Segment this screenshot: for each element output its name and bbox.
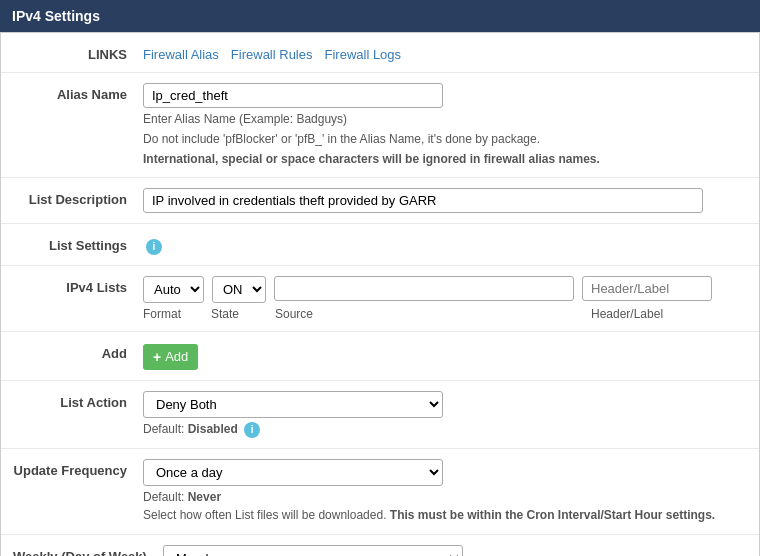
firewall-alias-link[interactable]: Firewall Alias [143, 47, 219, 62]
add-button-label: Add [165, 349, 188, 364]
list-description-label: List Description [13, 188, 143, 207]
weekly-day-label: Weekly (Day of Week) [13, 545, 163, 556]
alias-name-input[interactable] [143, 83, 443, 108]
update-frequency-select[interactable]: Once a day Once a week Once every 2 days… [143, 459, 443, 486]
list-action-info-icon[interactable]: i [244, 422, 260, 438]
add-row: Add + Add [1, 332, 759, 381]
col-format-label: Format [143, 307, 203, 321]
alias-name-help2: Do not include 'pfBlocker' or 'pfB_' in … [143, 131, 747, 148]
state-select[interactable]: ON [212, 276, 266, 303]
alias-name-help1: Enter Alias Name (Example: Badguys) [143, 111, 747, 128]
format-select[interactable]: Auto [143, 276, 204, 303]
col-state-label: State [211, 307, 267, 321]
weekly-day-select[interactable]: Monday Tuesday Wednesday Thursday Friday… [163, 545, 463, 556]
list-settings-info-icon[interactable]: i [146, 239, 162, 255]
list-action-default: Default: Disabled i [143, 422, 747, 438]
list-action-select[interactable]: Deny Both Deny Inbound Deny Outbound Per… [143, 391, 443, 418]
list-action-label: List Action [13, 391, 143, 410]
header-label-input[interactable] [582, 276, 712, 301]
col-header-label: Header/Label [591, 307, 729, 321]
list-action-row: List Action Deny Both Deny Inbound Deny … [1, 381, 759, 449]
never-value: Never [188, 490, 221, 504]
source-input[interactable] [274, 276, 574, 301]
page-title: IPv4 Settings [0, 0, 760, 32]
alias-name-row: Alias Name Enter Alias Name (Example: Ba… [1, 73, 759, 178]
add-label: Add [13, 342, 143, 361]
list-description-input[interactable] [143, 188, 703, 213]
update-frequency-default: Default: Never [143, 490, 747, 504]
list-description-row: List Description [1, 178, 759, 224]
links-row: LINKS Firewall Alias Firewall Rules Fire… [1, 33, 759, 73]
links-label: LINKS [13, 43, 143, 62]
ipv4-lists-row: IPv4 Lists Auto ON Format State Source H… [1, 266, 759, 332]
alias-name-help3: International, special or space characte… [143, 151, 747, 168]
list-settings-label: List Settings [13, 234, 143, 253]
list-settings-row: List Settings i [1, 224, 759, 266]
firewall-logs-link[interactable]: Firewall Logs [325, 47, 402, 62]
col-source-label: Source [275, 307, 583, 321]
add-button[interactable]: + Add [143, 344, 198, 370]
update-frequency-row: Update Frequency Once a day Once a week … [1, 449, 759, 535]
ipv4-lists-label: IPv4 Lists [13, 276, 143, 295]
weekly-day-row: Weekly (Day of Week) Monday Tuesday Wedn… [1, 535, 759, 556]
update-frequency-label: Update Frequency [13, 459, 143, 478]
alias-name-label: Alias Name [13, 83, 143, 102]
update-frequency-help: Select how often List files will be down… [143, 507, 747, 524]
plus-icon: + [153, 349, 161, 365]
firewall-rules-link[interactable]: Firewall Rules [231, 47, 313, 62]
